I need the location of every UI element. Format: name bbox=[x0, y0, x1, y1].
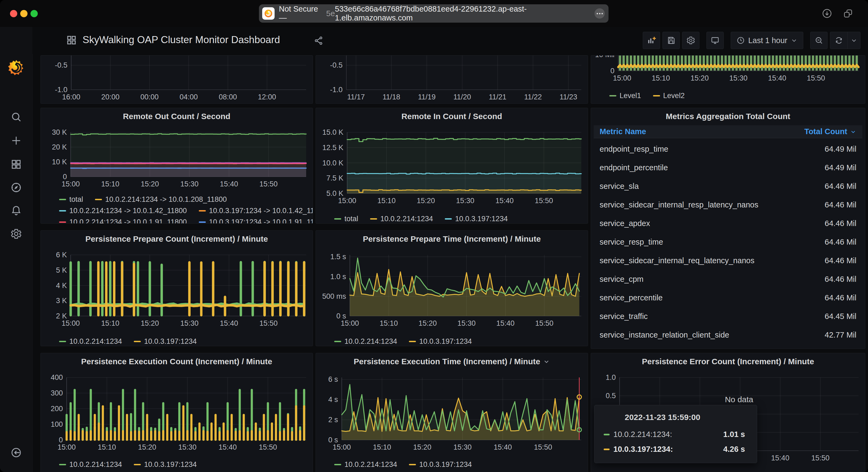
maximize-window-button[interactable] bbox=[30, 10, 38, 17]
chart-area[interactable]: -0.5-1.011/1711/1811/1911/2011/2111/2211… bbox=[317, 56, 586, 104]
legend-row: total10.0.2.214:123410.0.3.197:1234 bbox=[334, 213, 585, 224]
chart-area[interactable]: 5.0 K7.5 K10.0 K12.5 K15.0 K15:0015:1015… bbox=[317, 124, 586, 208]
legend-item[interactable]: 10.0.3.197:1234 bbox=[445, 215, 508, 223]
svg-text:16:00: 16:00 bbox=[62, 93, 81, 101]
legend-item[interactable]: 10.0.3.197:1234 bbox=[409, 461, 472, 469]
minimize-window-button[interactable] bbox=[20, 10, 28, 17]
dashboards-icon[interactable] bbox=[10, 159, 22, 170]
chart-area[interactable]: 2 K3 K4 K5 K6 K15:0015:1015:2015:3015:40… bbox=[42, 247, 311, 330]
legend: Level1Level2 bbox=[609, 90, 862, 101]
legend-swatch-icon bbox=[370, 218, 377, 220]
chart-area[interactable]: -0.5-1.016:0020:0000:0004:0008:0012:00 bbox=[42, 56, 311, 104]
svg-text:15:20: 15:20 bbox=[138, 443, 156, 451]
panel-remote-out-count: Remote Out Count / Second 010 K20 K30 K1… bbox=[40, 108, 313, 224]
download-icon[interactable] bbox=[822, 8, 832, 19]
save-dashboard-button[interactable] bbox=[662, 32, 680, 49]
more-icon[interactable] bbox=[594, 8, 605, 19]
chart-area[interactable]: 010020030040015:0015:1015:2015:3015:4015… bbox=[42, 370, 311, 451]
svg-text:11/20: 11/20 bbox=[454, 93, 471, 101]
chart-area[interactable]: 0 s2 s4 s6 s15:0015:1015:2015:3015:4015:… bbox=[317, 370, 586, 451]
table-body: endpoint_resp_time64.49 Milendpoint_perc… bbox=[594, 140, 862, 347]
refresh-button[interactable] bbox=[830, 32, 848, 49]
add-panel-button[interactable] bbox=[643, 32, 660, 49]
panel-title[interactable]: Persistence Error Count (Increment) / Mi… bbox=[591, 357, 865, 366]
legend-row: 10.0.2.214:123410.0.3.197:1234 bbox=[334, 459, 585, 470]
legend-item[interactable]: 10.0.3.197:1234 -> 10.0.1.91_11800 bbox=[199, 218, 313, 224]
legend-item[interactable]: 10.0.2.214:1234 bbox=[59, 337, 122, 346]
legend-swatch-icon bbox=[59, 222, 66, 223]
zoom-out-button[interactable] bbox=[810, 32, 828, 49]
metric-name-cell: endpoint_resp_time bbox=[600, 145, 669, 154]
legend-item[interactable]: 10.0.3.197:1234 bbox=[409, 337, 472, 346]
legend-row: 10.0.2.214:123410.0.3.197:1234 bbox=[334, 336, 585, 346]
configuration-gear-icon[interactable] bbox=[10, 228, 22, 240]
help-icon[interactable] bbox=[10, 471, 22, 472]
legend-item[interactable]: 10.0.2.214:1234 -> 10.0.1.208_11800 bbox=[95, 195, 227, 204]
svg-text:15:50: 15:50 bbox=[259, 319, 278, 327]
panel-partial-middle: -0.5-1.011/1711/1811/1911/2011/2111/2211… bbox=[316, 55, 588, 104]
sign-in-icon[interactable] bbox=[10, 447, 22, 459]
legend-item[interactable]: Level1 bbox=[609, 92, 641, 100]
svg-text:5.0 K: 5.0 K bbox=[327, 190, 343, 198]
legend-item[interactable]: 10.0.2.214:1234 bbox=[334, 337, 397, 346]
panel-persistence-execution-time: Persistence Execution Time (Increment) /… bbox=[316, 353, 588, 472]
legend-item[interactable]: 10.0.2.214:1234 -> 10.0.1.91_11800 bbox=[59, 218, 187, 224]
chart-area[interactable]: 015:0015:1015:2015:3015:4015:5010 Mil bbox=[593, 56, 863, 87]
table-row: service_apdex64.46 Mil bbox=[594, 214, 862, 233]
apps-grid-icon[interactable] bbox=[66, 34, 77, 46]
panel-title[interactable]: Persistence Prepare Time (Increment) / M… bbox=[316, 234, 588, 243]
chart-area[interactable]: 010 K20 K30 K15:0015:1015:2015:3015:4015… bbox=[42, 124, 311, 191]
dashboard-settings-button[interactable] bbox=[682, 32, 700, 49]
legend-row: 10.0.2.214:123410.0.3.197:1234 bbox=[59, 336, 310, 346]
legend-item[interactable]: Level2 bbox=[653, 92, 685, 100]
search-icon[interactable] bbox=[10, 111, 22, 123]
page-title[interactable]: SkyWalking OAP Cluster Monitor Dashboard bbox=[83, 34, 280, 45]
refresh-interval-chevron[interactable] bbox=[848, 32, 860, 49]
legend-item[interactable]: 10.0.2.214:1234 bbox=[59, 461, 122, 469]
svg-text:08:00: 08:00 bbox=[219, 93, 237, 101]
legend-swatch-icon bbox=[445, 218, 452, 220]
legend-item[interactable]: 10.0.3.197:1234 -> 10.0.1.42_11800 bbox=[199, 207, 313, 215]
explore-compass-icon[interactable] bbox=[10, 181, 22, 194]
tv-mode-button[interactable] bbox=[707, 32, 724, 49]
svg-text:15:00: 15:00 bbox=[613, 74, 631, 82]
legend-item[interactable]: 10.0.3.197:1234 bbox=[134, 461, 197, 469]
alerting-bell-icon[interactable] bbox=[10, 205, 22, 216]
time-range-picker[interactable]: Last 1 hour bbox=[731, 32, 803, 49]
panel-menu-chevron-icon[interactable] bbox=[543, 358, 550, 365]
legend-item[interactable]: 10.0.2.214:1234 bbox=[370, 215, 433, 223]
legend-swatch-icon bbox=[334, 464, 341, 465]
panel-title[interactable]: Persistence Execution Count (Increment) … bbox=[41, 357, 313, 366]
panel-persistence-error-count: Persistence Error Count (Increment) / Mi… bbox=[591, 353, 865, 472]
legend-item[interactable]: 10.0.2.214:1234 bbox=[334, 461, 397, 469]
panel-title[interactable]: Remote Out Count / Second bbox=[41, 112, 313, 121]
panel-title[interactable]: Persistence Prepare Count (Increment) / … bbox=[41, 234, 313, 243]
legend: 10.0.2.214:123410.0.3.197:1234 bbox=[334, 336, 585, 346]
column-header-metric-name[interactable]: Metric Name bbox=[600, 127, 646, 136]
legend-item[interactable]: total bbox=[334, 215, 358, 223]
browser-chrome: Not Secure — 5e 533e66c86a46768f7bdbe088… bbox=[0, 0, 868, 27]
svg-text:4 K: 4 K bbox=[56, 281, 67, 290]
panel-title[interactable]: Metrics Aggregation Total Count bbox=[591, 112, 865, 121]
copy-tabs-icon[interactable] bbox=[843, 8, 854, 19]
share-icon[interactable] bbox=[313, 36, 324, 46]
grafana-logo-icon[interactable] bbox=[7, 59, 25, 76]
chart-area[interactable]: 0 s500 ms1.0 s1.5 s15:0015:1015:2015:301… bbox=[317, 247, 586, 330]
svg-text:5 K: 5 K bbox=[56, 266, 67, 274]
legend-swatch-icon bbox=[609, 95, 616, 96]
legend-item[interactable]: 10.0.3.197:1234 bbox=[134, 337, 197, 346]
panel-title[interactable]: Persistence Execution Time (Increment) /… bbox=[316, 357, 588, 366]
panel-title[interactable]: Remote In Count / Second bbox=[316, 112, 588, 121]
close-window-button[interactable] bbox=[10, 10, 17, 17]
svg-text:15:50: 15:50 bbox=[259, 180, 278, 188]
legend-row: 10.0.2.214:1234 -> 10.0.1.91_1180010.0.3… bbox=[59, 216, 310, 224]
create-plus-icon[interactable] bbox=[10, 135, 22, 146]
legend-item[interactable]: total bbox=[59, 195, 83, 204]
panel-persistence-prepare-count: Persistence Prepare Count (Increment) / … bbox=[40, 230, 313, 346]
panel-persistence-prepare-time: Persistence Prepare Time (Increment) / M… bbox=[316, 230, 588, 346]
svg-text:1.0 s: 1.0 s bbox=[330, 273, 346, 281]
address-bar[interactable]: Not Secure — 5e 533e66c86a46768f7bdbe088… bbox=[259, 4, 609, 23]
legend-item[interactable]: 10.0.2.214:1234 -> 10.0.1.42_11800 bbox=[59, 207, 187, 215]
column-header-total-count[interactable]: Total Count bbox=[804, 127, 857, 136]
legend-swatch-icon bbox=[199, 210, 206, 211]
